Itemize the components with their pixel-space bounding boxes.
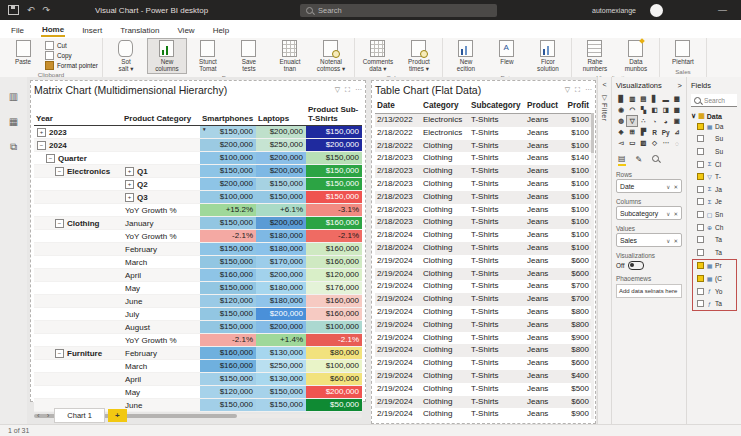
matrix-cell[interactable]: $160,000: [306, 308, 362, 320]
matrix-cell[interactable]: $100,000: [306, 321, 362, 333]
ribbon-button-1-2[interactable]: Stunct Tomat: [189, 39, 227, 73]
matrix-cell[interactable]: $200,000: [200, 139, 256, 151]
field-item-11[interactable]: ▦Pr: [693, 260, 736, 273]
matrix-col-header-1[interactable]: Product Category: [122, 115, 200, 125]
expand-pane-icon[interactable]: <: [602, 81, 606, 88]
data-view-icon[interactable]: ▦: [0, 116, 27, 127]
more-options-icon[interactable]: ⋯: [585, 86, 592, 94]
expander-icon[interactable]: +: [125, 167, 134, 176]
undo-icon[interactable]: ↶: [27, 5, 35, 15]
viz-type-icon-23[interactable]: ⊿: [672, 127, 682, 137]
expander-icon[interactable]: +: [125, 180, 134, 189]
field-item-3[interactable]: ΣCl: [691, 158, 737, 171]
viz-type-icon-28[interactable]: ⋯: [661, 138, 671, 148]
field-item-0[interactable]: ▦Da: [691, 120, 737, 133]
matrix-cell[interactable]: $120,000: [200, 295, 256, 307]
matrix-cell[interactable]: +15.2%: [200, 204, 256, 216]
data-table-node[interactable]: ∨ ▦ Data: [691, 112, 737, 120]
focus-mode-icon[interactable]: ⛶: [345, 86, 350, 94]
more-options-icon[interactable]: ⋯: [355, 86, 362, 94]
values-field-well[interactable]: Sales ∨✕: [616, 233, 682, 247]
checkbox[interactable]: [697, 224, 704, 231]
matrix-cell[interactable]: $150,000: [200, 399, 256, 411]
viz-type-icon-0[interactable]: ▉: [616, 94, 626, 104]
table-row[interactable]: 2/19/2024ClothingT-ShirtsJeans$600: [375, 255, 592, 268]
viz-type-icon-3[interactable]: ▋: [650, 94, 660, 104]
ribbon-button-1-4[interactable]: Enuaict tnan: [271, 39, 309, 73]
search-input[interactable]: Search: [300, 4, 497, 17]
checkbox[interactable]: [697, 123, 704, 130]
menu-file[interactable]: File: [10, 23, 25, 36]
viz-type-icon-6[interactable]: ◉: [616, 105, 626, 115]
matrix-cell[interactable]: $150,000: [200, 282, 256, 294]
expander-icon[interactable]: −: [55, 167, 64, 176]
matrix-cell[interactable]: $160,000: [200, 269, 256, 281]
matrix-cell[interactable]: $200,000: [256, 152, 306, 164]
ribbon-button-4-1[interactable]: Data munbos: [617, 39, 655, 73]
tab-format[interactable]: ✎: [636, 155, 643, 165]
viz-type-icon-29[interactable]: ◌: [672, 138, 682, 148]
checkbox[interactable]: [697, 211, 704, 218]
field-item-10[interactable]: Ta: [691, 246, 737, 259]
matrix-cell[interactable]: $180,000: [256, 295, 306, 307]
matrix-cell[interactable]: -2.1%: [200, 334, 256, 346]
matrix-cell[interactable]: $250,000: [256, 360, 306, 372]
tab-analytics[interactable]: [652, 155, 659, 165]
viz-type-icon-7[interactable]: ◠: [627, 105, 637, 115]
matrix-cell[interactable]: $50,000: [306, 399, 362, 411]
table-vscrollbar[interactable]: [591, 113, 594, 419]
matrix-cell[interactable]: $170,000: [256, 256, 306, 268]
matrix-cell[interactable]: $150,000: [200, 308, 256, 320]
matrix-cell[interactable]: $120,000: [306, 269, 362, 281]
ribbon-button-1-0[interactable]: Sot salt ▾: [107, 39, 145, 73]
columns-field-well[interactable]: Subcategory ∨✕: [616, 206, 682, 220]
matrix-cell[interactable]: $200,000: [256, 308, 306, 320]
field-item-5[interactable]: ΣJa: [691, 183, 737, 196]
field-item-7[interactable]: ▢Sn: [691, 208, 737, 221]
viz-type-icon-10[interactable]: ◨: [661, 105, 671, 115]
ribbon-button-5-0[interactable]: Piehtart: [664, 39, 702, 66]
checkbox[interactable]: [697, 300, 704, 307]
table-col-header-1[interactable]: Category: [421, 101, 469, 110]
matrix-cell[interactable]: $150,000: [306, 191, 362, 203]
matrix-col-header-0[interactable]: Year: [34, 115, 122, 125]
matrix-cell[interactable]: $160,000: [200, 347, 256, 359]
matrix-cell[interactable]: $150,000: [256, 399, 306, 411]
remove-field-icon[interactable]: ✕: [673, 238, 678, 244]
viz-type-icon-19[interactable]: ⊞: [627, 127, 637, 137]
table-row[interactable]: 2/18/2022ClothingT-ShirtsJeans$100: [375, 140, 592, 153]
field-item-4[interactable]: ▽T-: [691, 170, 737, 183]
chevron-down-icon[interactable]: ∨: [666, 238, 670, 244]
ribbon-button-2-0[interactable]: Comments data ▾: [359, 39, 397, 73]
matrix-cell[interactable]: $150,000: [200, 321, 256, 333]
field-item-12[interactable]: ▦(C: [693, 272, 736, 285]
matrix-cell[interactable]: $160,000: [306, 295, 362, 307]
checkbox[interactable]: [697, 288, 704, 295]
matrix-cell[interactable]: $100,000: [306, 360, 362, 372]
field-item-6[interactable]: ΣJe: [691, 196, 737, 209]
matrix-cell[interactable]: $200,000: [200, 178, 256, 190]
fields-search-input[interactable]: Search: [691, 94, 737, 107]
viz-type-icon-25[interactable]: ▭: [627, 138, 637, 148]
matrix-cell[interactable]: $180,000: [256, 282, 306, 294]
field-item-14[interactable]: ƒTa: [693, 297, 736, 310]
matrix-visual[interactable]: Matrix Chart (Multidimensional Hierarchy…: [30, 80, 366, 402]
table-row[interactable]: 2/18/2023ClothingT-ShirtsJeans$140: [375, 152, 592, 165]
ribbon-button-2-1[interactable]: Product times ▾: [400, 39, 438, 73]
viz-type-icon-13[interactable]: ▽: [627, 116, 637, 126]
save-icon[interactable]: [8, 5, 19, 15]
matrix-cell[interactable]: $200,000: [256, 126, 306, 138]
viz-type-icon-21[interactable]: R: [650, 127, 660, 137]
filter-icon[interactable]: ▽: [335, 86, 340, 94]
table-row[interactable]: 2/18/2023ClothingT-ShirtsJeans$100: [375, 165, 592, 178]
viz-type-icon-26[interactable]: ▨: [638, 138, 648, 148]
matrix-cell[interactable]: $150,000: [256, 178, 306, 190]
matrix-cell[interactable]: $130,000: [256, 373, 306, 385]
matrix-cell[interactable]: $200,000: [306, 386, 362, 398]
viz-type-icon-8[interactable]: ▚: [638, 105, 648, 115]
viz-type-icon-24[interactable]: ◅: [616, 138, 626, 148]
viz-type-icon-15[interactable]: ◔: [650, 116, 660, 126]
table-row[interactable]: 2/18/2023ClothingT-ShirtsJeans$100: [375, 178, 592, 191]
checkbox[interactable]: [697, 186, 704, 193]
matrix-cell[interactable]: $180,000: [256, 243, 306, 255]
